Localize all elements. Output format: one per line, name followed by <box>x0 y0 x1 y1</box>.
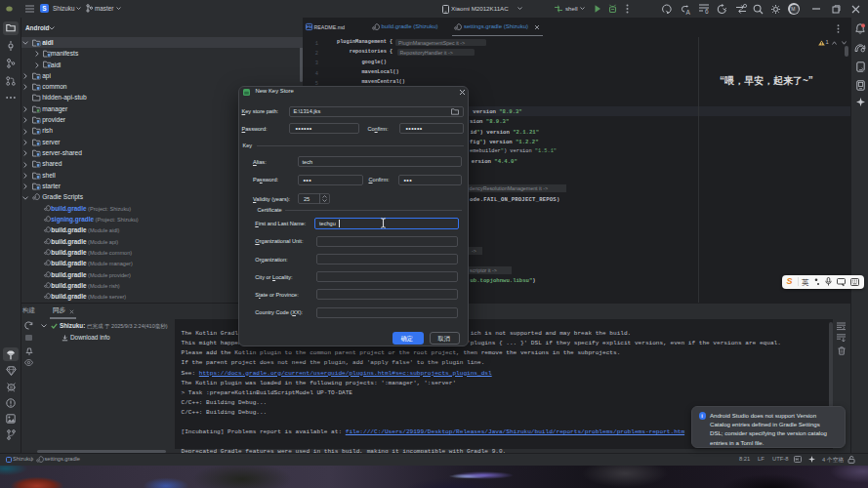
svg-text:6: 6 <box>705 8 709 15</box>
svg-text:A: A <box>686 8 691 15</box>
